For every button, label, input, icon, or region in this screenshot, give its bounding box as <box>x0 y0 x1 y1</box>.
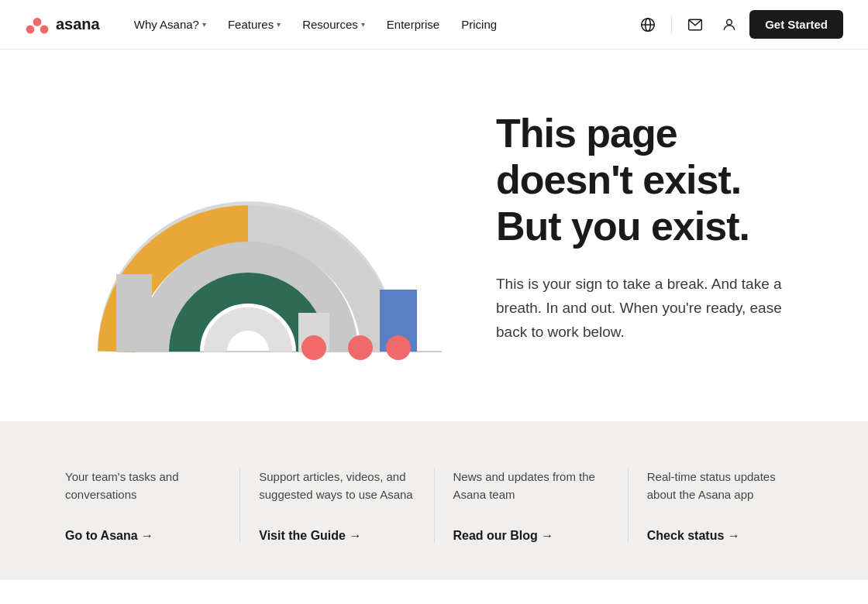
svg-point-2 <box>40 25 49 33</box>
nav-divider <box>671 15 672 34</box>
chevron-down-icon: ▾ <box>361 20 365 29</box>
footer-desc-3: Real-time status updates about the Asana… <box>647 468 803 504</box>
footer-col-1: Support articles, videos, and suggested … <box>239 468 433 543</box>
svg-point-0 <box>33 18 42 26</box>
user-icon <box>722 17 737 33</box>
nav-left: asana Why Asana? ▾ Features ▾ Resources … <box>25 13 506 36</box>
footer-link-2[interactable]: Read our Blog → <box>453 529 554 543</box>
globe-button[interactable] <box>634 11 662 39</box>
footer-col-0: Your team's tasks and conversations Go t… <box>46 468 239 543</box>
main-content: This page doesn't exist. But you exist. … <box>0 50 868 421</box>
page-subtext: This is your sign to take a break. And t… <box>496 272 806 345</box>
mail-icon <box>687 17 703 33</box>
logo[interactable]: asana <box>25 15 100 34</box>
svg-rect-9 <box>116 274 152 352</box>
get-started-button[interactable]: Get Started <box>749 10 843 39</box>
svg-point-13 <box>348 335 373 360</box>
nav-link-why-asana[interactable]: Why Asana? ▾ <box>125 13 215 36</box>
404-illustration <box>70 81 442 375</box>
chevron-down-icon: ▾ <box>277 20 281 29</box>
chevron-down-icon: ▾ <box>202 20 206 29</box>
svg-point-7 <box>727 19 732 25</box>
logo-text: asana <box>56 15 100 33</box>
footer: Your team's tasks and conversations Go t… <box>0 421 868 580</box>
footer-link-0[interactable]: Go to Asana → <box>65 529 153 543</box>
nav-link-resources[interactable]: Resources ▾ <box>293 13 374 36</box>
svg-point-1 <box>26 25 35 33</box>
footer-desc-1: Support articles, videos, and suggested … <box>259 468 415 504</box>
text-area: This page doesn't exist. But you exist. … <box>465 111 806 344</box>
nav-link-enterprise[interactable]: Enterprise <box>377 13 449 36</box>
svg-point-12 <box>301 335 326 360</box>
footer-col-3: Real-time status updates about the Asana… <box>628 468 822 543</box>
account-button[interactable] <box>715 11 743 39</box>
nav-links: Why Asana? ▾ Features ▾ Resources ▾ Ente… <box>125 13 506 36</box>
navbar: asana Why Asana? ▾ Features ▾ Resources … <box>0 0 868 50</box>
nav-link-pricing[interactable]: Pricing <box>452 13 506 36</box>
footer-desc-2: News and updates from the Asana team <box>453 468 609 504</box>
footer-link-1[interactable]: Visit the Guide → <box>259 529 361 543</box>
mail-button[interactable] <box>681 11 709 39</box>
footer-desc-0: Your team's tasks and conversations <box>65 468 221 504</box>
nav-link-features[interactable]: Features ▾ <box>219 13 290 36</box>
page-headline: This page doesn't exist. But you exist. <box>496 111 806 249</box>
logo-icon <box>25 15 50 34</box>
footer-link-3[interactable]: Check status → <box>647 529 740 543</box>
illustration-area <box>46 81 465 375</box>
nav-right: Get Started <box>634 10 843 39</box>
svg-point-14 <box>386 335 411 360</box>
globe-icon <box>640 17 656 33</box>
footer-col-2: News and updates from the Asana team Rea… <box>434 468 628 543</box>
